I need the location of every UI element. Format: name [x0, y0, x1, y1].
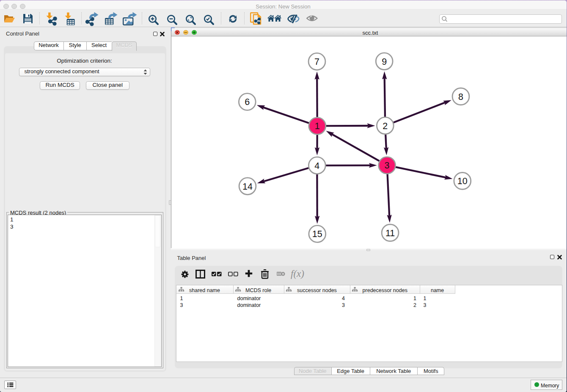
svg-text:11: 11: [385, 228, 395, 238]
svg-text:1: 1: [315, 121, 320, 131]
svg-text:2: 2: [383, 121, 388, 131]
svg-text:15: 15: [312, 229, 322, 239]
svg-text:9: 9: [382, 57, 387, 67]
svg-text:10: 10: [457, 176, 468, 186]
svg-text:4: 4: [315, 161, 320, 171]
svg-text:8: 8: [458, 92, 463, 102]
svg-text:3: 3: [385, 160, 390, 171]
svg-text:14: 14: [242, 182, 253, 192]
svg-text:7: 7: [314, 57, 319, 67]
svg-text:6: 6: [245, 97, 250, 107]
